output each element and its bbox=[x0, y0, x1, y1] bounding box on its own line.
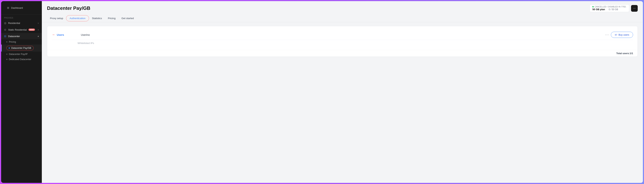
static-residential-icon: ⊙ bbox=[4, 28, 6, 31]
whitelisted-ips-row: Whitelisted IPs bbox=[52, 40, 633, 46]
plan-status: CANCELLED / DISABLED IN 775D. bbox=[592, 6, 626, 8]
sidebar-item-datacenter-pay-ip[interactable]: Datacenter Pay/IP bbox=[1, 52, 42, 57]
total-users-prefix: Total users: bbox=[616, 52, 630, 55]
chevron-down-icon: ∨ bbox=[38, 22, 39, 24]
tab-get-started[interactable]: Get started bbox=[118, 15, 137, 22]
arrow-right-icon: → bbox=[52, 33, 55, 37]
dashboard-icon: ⊞ bbox=[7, 6, 9, 9]
more-options-button[interactable]: ··· bbox=[631, 5, 638, 12]
sidebar: ⊞ Dashboard PROXIES ◎ Residential ∨ ⊙ St… bbox=[1, 1, 42, 183]
sidebar-item-datacenter[interactable]: ⊟ Datacenter ∧ bbox=[1, 33, 42, 39]
status-dot bbox=[592, 6, 594, 8]
tab-statistics[interactable]: Statistics bbox=[89, 15, 105, 22]
page-title: Datacenter Pay/GB bbox=[47, 5, 90, 11]
sidebar-item-dedicated-datacenter[interactable]: Dedicated Datacenter bbox=[1, 57, 42, 62]
ellipsis-button[interactable]: ··· bbox=[603, 32, 611, 37]
residential-icon: ◎ bbox=[4, 22, 6, 25]
plan-details: 50 GB plan 0 / 50 GB bbox=[592, 8, 618, 11]
tab-proxy-setup[interactable]: Proxy setup bbox=[47, 15, 66, 22]
plan-usage: 0 / 50 GB bbox=[609, 8, 618, 11]
users-label[interactable]: Users bbox=[57, 33, 81, 36]
users-row: → Users Userino ··· 🏷 Buy users bbox=[52, 30, 633, 40]
new-badge: NEW bbox=[28, 29, 35, 31]
tab-pricing[interactable]: Pricing bbox=[105, 15, 118, 22]
plan-info: CANCELLED / DISABLED IN 775D. 50 GB plan… bbox=[590, 5, 629, 12]
sidebar-item-datacenter-pay-gb[interactable]: Datacenter Pay/GB bbox=[1, 45, 42, 52]
tabs-bar: Proxy setup Authentication Statistics Pr… bbox=[42, 15, 643, 22]
datacenter-icon: ⊟ bbox=[4, 35, 6, 38]
tab-authentication[interactable]: Authentication bbox=[66, 15, 89, 21]
users-section: → Users Userino ··· 🏷 Buy users Whitelis… bbox=[47, 26, 638, 50]
content-area: → Users Userino ··· 🏷 Buy users Whitelis… bbox=[42, 22, 643, 183]
sidebar-item-static-residential[interactable]: ⊙ Static Residential NEW ∨ bbox=[1, 26, 42, 33]
main-content: Datacenter Pay/GB CANCELLED / DISABLED I… bbox=[42, 1, 643, 183]
chevron-down-icon: ∨ bbox=[38, 29, 39, 31]
buy-users-button[interactable]: 🏷 Buy users bbox=[611, 32, 633, 38]
dot-active-icon bbox=[9, 47, 10, 49]
chevron-up-icon: ∧ bbox=[38, 35, 39, 37]
proxies-section-label: PROXIES bbox=[1, 15, 42, 20]
total-users-row: Total users: 1/1 bbox=[47, 50, 638, 57]
tag-icon: 🏷 bbox=[615, 33, 617, 36]
sidebar-item-residential[interactable]: ◎ Residential ∨ bbox=[1, 20, 42, 26]
dot-icon bbox=[6, 41, 8, 42]
whitelisted-ips-label[interactable]: Whitelisted IPs bbox=[78, 42, 94, 45]
dot-icon bbox=[6, 59, 8, 60]
username-text: Userino bbox=[81, 33, 603, 36]
total-users-value: 1/1 bbox=[630, 52, 633, 55]
main-header: Datacenter Pay/GB CANCELLED / DISABLED I… bbox=[42, 1, 643, 15]
sidebar-item-pricing[interactable]: Pricing bbox=[1, 39, 42, 45]
header-right: CANCELLED / DISABLED IN 775D. 50 GB plan… bbox=[590, 5, 638, 12]
content-card: → Users Userino ··· 🏷 Buy users Whitelis… bbox=[47, 26, 638, 57]
dot-icon bbox=[6, 54, 8, 55]
plan-name: 50 GB plan bbox=[592, 8, 605, 11]
sidebar-item-dashboard[interactable]: ⊞ Dashboard bbox=[4, 5, 39, 11]
sidebar-header: ⊞ Dashboard bbox=[1, 1, 42, 15]
